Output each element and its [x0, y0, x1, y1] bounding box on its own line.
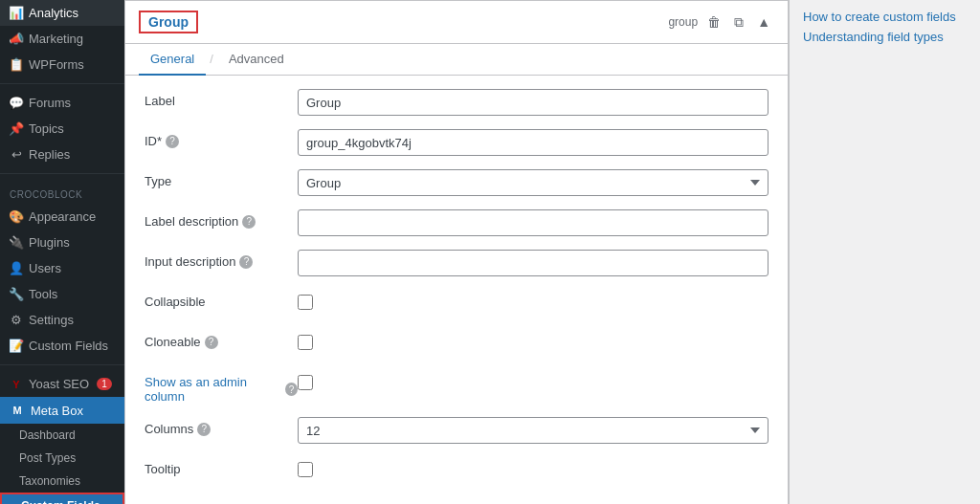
delete-field-button[interactable]: 🗑	[703, 12, 724, 32]
sidebar-section-crocoblock: Crocoblock	[0, 180, 124, 204]
type-field-control: Group	[298, 169, 768, 196]
cloneable-label: Cloneable ?	[145, 330, 298, 349]
center-panel: Group group 🗑 ⧉ ▲ General / Advanced	[124, 0, 789, 504]
sidebar-item-marketing[interactable]: 📣 Marketing	[0, 26, 124, 52]
sidebar-sub-taxonomies[interactable]: Taxonomies	[0, 470, 124, 493]
forums-icon: 💬	[10, 97, 23, 110]
sidebar-item-plugins[interactable]: 🔌 Plugins	[0, 230, 124, 255]
sidebar-item-wpforms[interactable]: 📋 WPForms	[0, 52, 124, 77]
sidebar-item-users[interactable]: 👤 Users	[0, 255, 124, 281]
field-panel-title: Group	[139, 11, 198, 33]
field-type-label: group	[668, 15, 698, 29]
label-desc-help-icon: ?	[242, 215, 256, 229]
admin-col-label: Show as an admin column ?	[145, 370, 298, 404]
input-desc-input[interactable]	[298, 250, 768, 276]
admin-col-control	[298, 370, 768, 393]
form-row-admin-col: Show as an admin column ?	[145, 370, 768, 404]
sidebar-item-label: Tools	[29, 287, 57, 301]
help-link-understanding-field-types[interactable]: Understanding field types	[803, 30, 967, 44]
marketing-icon: 📣	[10, 33, 23, 46]
sidebar-sub-dashboard[interactable]: Dashboard	[0, 424, 124, 447]
settings-icon: ⚙	[10, 314, 23, 327]
sidebar-item-label: WPForms	[29, 57, 84, 72]
users-icon: 👤	[10, 262, 23, 275]
tab-general[interactable]: General	[139, 44, 206, 76]
tooltip-control	[298, 457, 768, 480]
sidebar-item-label: Analytics	[29, 6, 78, 20]
sidebar-sub-label: Custom Fields	[21, 499, 100, 504]
plugins-icon: 🔌	[10, 236, 23, 250]
form-row-label: Label	[145, 89, 768, 116]
sidebar-sub-label: Dashboard	[19, 428, 76, 442]
duplicate-field-button[interactable]: ⧉	[730, 12, 747, 33]
label-desc-input[interactable]	[298, 209, 768, 236]
sidebar-item-topics[interactable]: 📌 Topics	[0, 116, 124, 142]
sidebar-sub-custom-fields[interactable]: Custom Fields	[0, 493, 124, 504]
cloneable-control	[298, 330, 768, 353]
tab-advanced[interactable]: Advanced	[217, 44, 296, 76]
sidebar-item-label: Topics	[29, 121, 64, 136]
sidebar-item-label: Custom Fields	[29, 339, 108, 353]
cloneable-help-icon: ?	[205, 336, 218, 349]
collapsible-checkbox[interactable]	[298, 295, 313, 310]
appearance-icon: 🎨	[10, 210, 23, 224]
form-row-label-desc: Label description ?	[145, 209, 768, 236]
tools-icon: 🔧	[10, 288, 23, 301]
id-field-label: ID* ?	[145, 129, 298, 148]
cloneable-checkbox[interactable]	[298, 335, 313, 350]
form-row-columns: Columns ? 12	[145, 417, 768, 444]
id-field-control	[298, 129, 768, 156]
type-field-label: Type	[145, 169, 298, 188]
collapsible-label: Collapsible	[145, 290, 298, 309]
label-desc-control	[298, 209, 768, 236]
sidebar-item-analytics[interactable]: 📊 Analytics	[0, 0, 124, 26]
admin-col-checkbox[interactable]	[298, 375, 313, 390]
sidebar-item-label: Forums	[29, 96, 71, 110]
admin-col-help-icon: ?	[285, 383, 298, 396]
admin-col-link[interactable]: Show as an admin column	[145, 375, 281, 404]
tooltip-label: Tooltip	[145, 457, 298, 476]
sidebar-item-custom-fields-top[interactable]: 📝 Custom Fields	[0, 333, 124, 359]
help-link-create-custom-fields[interactable]: How to create custom fields	[803, 10, 967, 24]
columns-control: 12	[298, 417, 768, 444]
sidebar-divider-3	[0, 364, 124, 365]
columns-help-icon: ?	[197, 423, 211, 436]
form-row-collapsible: Collapsible	[145, 290, 768, 317]
collapsible-control	[298, 290, 768, 313]
id-input[interactable]	[298, 129, 768, 156]
type-select[interactable]: Group	[298, 169, 768, 196]
right-panel: How to create custom fields Understandin…	[789, 0, 980, 504]
sidebar-item-replies[interactable]: ↩ Replies	[0, 142, 124, 167]
sidebar-item-settings[interactable]: ⚙ Settings	[0, 307, 124, 333]
field-panel-actions: group 🗑 ⧉ ▲	[668, 12, 774, 33]
columns-select[interactable]: 12	[298, 417, 768, 444]
field-panel-header: Group group 🗑 ⧉ ▲	[125, 1, 788, 44]
sidebar-item-appearance[interactable]: 🎨 Appearance	[0, 204, 124, 230]
sidebar-item-label: Replies	[29, 147, 70, 162]
tooltip-checkbox[interactable]	[298, 462, 313, 477]
label-input[interactable]	[298, 89, 768, 116]
yoast-badge: 1	[97, 378, 112, 390]
label-field-control	[298, 89, 768, 116]
sidebar-item-label: Marketing	[29, 32, 83, 46]
sidebar-item-label: Settings	[29, 313, 74, 327]
sidebar-item-yoast[interactable]: Y Yoast SEO 1	[0, 371, 124, 397]
form-row-cloneable: Cloneable ?	[145, 330, 768, 357]
collapse-field-button[interactable]: ▲	[753, 12, 774, 32]
sidebar-yoast-label: Yoast SEO	[29, 377, 89, 391]
form-row-input-desc: Input description ?	[145, 250, 768, 276]
sidebar-item-metabox[interactable]: M Meta Box	[0, 397, 124, 424]
wpforms-icon: 📋	[10, 58, 23, 72]
columns-label: Columns ?	[145, 417, 298, 436]
sidebar-item-forums[interactable]: 💬 Forums	[0, 90, 124, 116]
label-field-label: Label	[145, 89, 298, 108]
sidebar: 📊 Analytics 📣 Marketing 📋 WPForms 💬 Foru…	[0, 0, 124, 504]
sidebar-divider-2	[0, 173, 124, 174]
field-panel: Group group 🗑 ⧉ ▲ General / Advanced	[124, 0, 789, 504]
label-desc-label: Label description ?	[145, 209, 298, 229]
input-desc-control	[298, 250, 768, 276]
analytics-icon: 📊	[10, 7, 23, 20]
yoast-icon: Y	[10, 378, 23, 391]
sidebar-sub-post-types[interactable]: Post Types	[0, 447, 124, 470]
sidebar-item-tools[interactable]: 🔧 Tools	[0, 281, 124, 307]
